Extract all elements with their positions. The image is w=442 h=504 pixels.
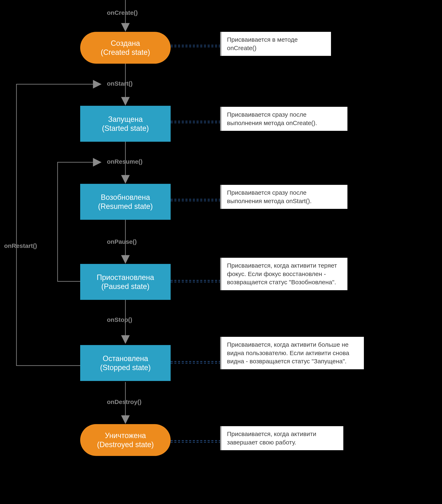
label-onresume: onResume() bbox=[107, 158, 143, 165]
node-stopped-subtitle: (Stopped state) bbox=[100, 363, 151, 372]
desc-resumed: Присваивается сразу после выполнения мет… bbox=[220, 185, 348, 209]
node-paused-title: Приостановлена bbox=[97, 273, 154, 282]
label-onrestart: onRestart() bbox=[4, 242, 37, 249]
label-ondestroy: onDestroy() bbox=[107, 399, 141, 405]
node-destroyed-title: Уничтожена bbox=[105, 431, 146, 440]
label-onstart: onStart() bbox=[107, 80, 133, 87]
label-onpause: onPause() bbox=[107, 238, 137, 245]
node-resumed-subtitle: (Resumed state) bbox=[98, 202, 153, 211]
node-resumed-title: Возобновлена bbox=[101, 193, 150, 202]
desc-stopped: Присваивается, когда активити больше не … bbox=[220, 337, 364, 369]
desc-created: Присваивается в методе onCreate() bbox=[220, 32, 331, 56]
node-paused-subtitle: (Paused state) bbox=[101, 282, 149, 291]
label-oncreate: onCreate() bbox=[107, 9, 138, 16]
node-resumed: Возобновлена (Resumed state) bbox=[80, 184, 171, 220]
node-stopped: Остановлена (Stopped state) bbox=[80, 345, 171, 381]
node-created-title: Создана bbox=[111, 39, 140, 48]
node-started: Запущена (Started state) bbox=[80, 106, 171, 142]
node-stopped-title: Остановлена bbox=[103, 354, 148, 363]
node-started-subtitle: (Started state) bbox=[102, 124, 149, 133]
desc-started: Присваивается сразу после выполнения мет… bbox=[220, 107, 348, 131]
label-onstop: onStop() bbox=[107, 316, 132, 323]
desc-paused: Присваивается, когда активити теряет фок… bbox=[220, 258, 348, 290]
node-started-title: Запущена bbox=[108, 115, 143, 124]
node-destroyed-subtitle: (Destroyed state) bbox=[97, 440, 154, 449]
desc-destroyed: Присваивается, когда активити завершает … bbox=[220, 426, 343, 450]
lifecycle-diagram: onCreate() onStart() onResume() onPause(… bbox=[0, 0, 442, 504]
node-destroyed: Уничтожена (Destroyed state) bbox=[80, 424, 171, 456]
node-created: Создана (Created state) bbox=[80, 32, 171, 64]
node-created-subtitle: (Created state) bbox=[101, 48, 150, 57]
node-paused: Приостановлена (Paused state) bbox=[80, 264, 171, 300]
